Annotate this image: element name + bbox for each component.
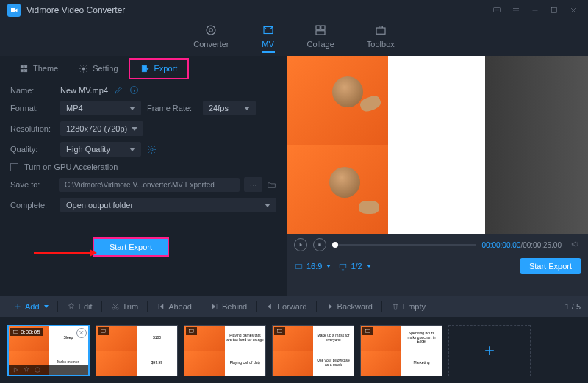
framerate-value: 24fps: [209, 104, 229, 112]
gpu-label: Turn on GPU Acceleration: [24, 162, 118, 171]
framerate-select[interactable]: 24fps: [203, 101, 256, 115]
thumb-type-icon: [362, 327, 373, 335]
app-title: Vidmore Video Converter: [26, 5, 485, 15]
btn-label: Ahead: [168, 302, 192, 311]
thumb-3[interactable]: Playing games that are too hard for us a…: [184, 325, 266, 376]
subtab-setting[interactable]: Setting: [68, 60, 128, 78]
svg-rect-40: [101, 329, 106, 333]
seek-bar[interactable]: [332, 244, 476, 246]
add-button[interactable]: Add: [7, 300, 54, 313]
subtab-label: Theme: [33, 64, 58, 73]
quality-label: Quality:: [10, 145, 54, 154]
stop-button[interactable]: [313, 238, 326, 251]
thumb-text: $99.99: [137, 351, 177, 376]
subtab-label: Export: [154, 64, 178, 73]
start-export-button-2[interactable]: Start Export: [520, 258, 581, 274]
aspect-value: 16:9: [306, 262, 322, 271]
svg-point-3: [498, 10, 499, 10]
btn-label: Empty: [403, 302, 426, 311]
saveto-path: C:\Vidmore\Vidmore V...onverter\MV Expor…: [59, 178, 240, 192]
ahead-button[interactable]: Ahead: [151, 300, 198, 313]
svg-rect-38: [14, 330, 18, 334]
format-select[interactable]: MP4: [60, 101, 141, 115]
svg-rect-30: [340, 264, 347, 268]
chevron-down-icon: [326, 265, 331, 268]
trim-button[interactable]: Trim: [105, 300, 145, 313]
volume-icon[interactable]: [570, 239, 581, 251]
tab-label: Toolbox: [367, 40, 395, 49]
empty-button[interactable]: Empty: [385, 300, 431, 313]
resolution-select[interactable]: 1280x720 (720p): [60, 121, 143, 136]
clip-counter: 1 / 5: [565, 302, 581, 311]
svg-rect-18: [21, 65, 23, 68]
svg-rect-21: [25, 69, 27, 71]
svg-point-1: [495, 10, 496, 10]
playhead-dot[interactable]: [332, 242, 338, 248]
left-panel: Theme Setting Export Name: New MV.mp4 Fo…: [0, 56, 287, 296]
thumb-text: Make up a mask for everyone: [313, 326, 354, 351]
thumb-text: Playing games that are too hard for us a…: [225, 326, 265, 351]
svg-point-12: [209, 29, 213, 32]
tab-collage[interactable]: Collage: [307, 24, 334, 53]
close-button[interactable]: [566, 3, 581, 18]
subtab-label: Setting: [93, 64, 118, 73]
thumb-1[interactable]: SleepMake memes 0:00:05 ✕: [7, 325, 90, 376]
quality-value: High Quality: [66, 145, 110, 154]
btn-label: Trim: [123, 302, 139, 311]
behind-button[interactable]: Behind: [204, 300, 253, 313]
format-value: MP4: [66, 104, 83, 112]
subtab-theme[interactable]: Theme: [9, 60, 68, 78]
tab-label: Converter: [193, 40, 229, 49]
tab-converter[interactable]: Converter: [193, 24, 229, 53]
subtab-export[interactable]: Export: [129, 58, 190, 79]
aspect-ratio-select[interactable]: 16:9: [294, 262, 331, 271]
page-value: 1/2: [351, 262, 362, 271]
add-clip-button[interactable]: +: [448, 325, 531, 376]
browse-button[interactable]: ···: [244, 177, 262, 192]
subtabs: Theme Setting Export: [0, 56, 287, 81]
edit-button[interactable]: Edit: [61, 300, 98, 313]
edit-icon[interactable]: [23, 366, 30, 373]
svg-rect-29: [295, 264, 302, 268]
menu-icon[interactable]: [509, 3, 523, 18]
open-folder-icon[interactable]: [267, 180, 276, 190]
start-export-button[interactable]: Start Export: [93, 237, 169, 257]
complete-select[interactable]: Open output folder: [60, 198, 276, 212]
forward-button[interactable]: Forward: [259, 300, 312, 313]
chevron-down-icon: [132, 127, 137, 131]
edit-name-icon[interactable]: [114, 85, 123, 95]
tab-mv[interactable]: MV: [262, 24, 275, 53]
thumb-4[interactable]: Make up a mask for everyoneUse your pill…: [272, 325, 354, 376]
thumb-5[interactable]: Spending hours making a chart in ExcelMa…: [360, 325, 442, 376]
preview-panel: 00:00:00.00/00:00:25.00 16:9 1/2 Start E…: [287, 56, 588, 296]
svg-rect-41: [190, 329, 194, 333]
feedback-icon[interactable]: [490, 3, 504, 18]
play-button[interactable]: [294, 238, 307, 251]
chevron-down-icon: [44, 305, 49, 308]
screen-page-select[interactable]: 1/2: [338, 262, 370, 271]
complete-value: Open output folder: [66, 201, 133, 210]
gpu-checkbox[interactable]: [10, 163, 18, 171]
resolution-label: Resolution:: [10, 124, 54, 133]
tab-toolbox[interactable]: Toolbox: [367, 24, 395, 53]
trim-icon[interactable]: [34, 366, 41, 373]
thumb-2[interactable]: $100$99.99: [96, 325, 178, 376]
chevron-down-icon: [367, 265, 371, 268]
minimize-button[interactable]: [528, 3, 542, 18]
maximize-button[interactable]: [547, 3, 562, 18]
quality-settings-icon[interactable]: [147, 145, 157, 154]
svg-rect-8: [552, 8, 557, 13]
resolution-value: 1280x720 (720p): [66, 124, 127, 133]
svg-rect-43: [366, 329, 370, 333]
remove-thumb-icon[interactable]: ✕: [76, 328, 87, 338]
tab-label: Collage: [307, 40, 334, 49]
play-icon[interactable]: [12, 366, 19, 373]
backward-button[interactable]: Backward: [320, 300, 379, 313]
thumb-text: $100: [137, 326, 177, 351]
quality-select[interactable]: High Quality: [60, 142, 141, 157]
tab-label: MV: [262, 40, 274, 49]
info-icon[interactable]: [129, 85, 139, 95]
titlebar: Vidmore Video Converter: [0, 0, 588, 21]
svg-rect-42: [278, 329, 282, 333]
duration-text: 0:00:05: [21, 329, 40, 335]
